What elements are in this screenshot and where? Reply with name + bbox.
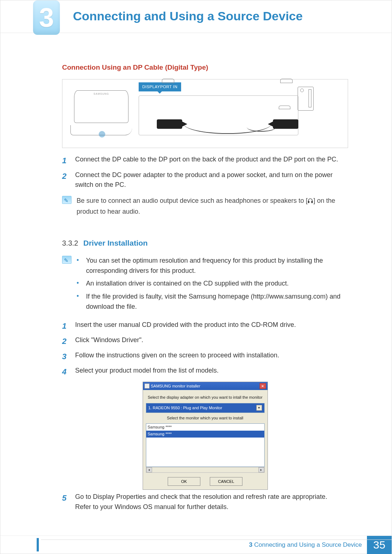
- step-text: Go to Display Properties and check that …: [75, 492, 348, 512]
- chapter-badge: 3: [33, 0, 60, 35]
- list-item: 2 Connect the DC power adapter to the pr…: [62, 170, 348, 190]
- footer-chapter-number: 3: [249, 541, 252, 548]
- driver-installation-section: 3.3.2 Driver Installation •You can set t…: [62, 237, 348, 512]
- note-icon: [62, 256, 72, 264]
- pc-tower-icon: [298, 87, 314, 111]
- footer-chapter: 3 Connecting and Using a Source Device: [249, 541, 362, 549]
- monitor-list[interactable]: Samsung **** Samsung ****: [146, 423, 265, 467]
- displayport-in-label: DISPLAYPORT IN: [139, 82, 181, 91]
- cable-illustration: [135, 93, 319, 137]
- adapter-prompt: Select the display adapter on which you …: [146, 394, 265, 401]
- list-item: 2Click "Windows Driver".: [62, 335, 348, 348]
- list-item: 1Insert the user manual CD provided with…: [62, 320, 348, 332]
- note-icon: [62, 196, 72, 204]
- bullet-icon: •: [77, 279, 82, 289]
- step-text: Connect the DP cable to the DP port on t…: [75, 155, 348, 167]
- scroll-left-icon[interactable]: ◂: [146, 467, 152, 472]
- audio-note: Be sure to connect an audio output devic…: [62, 196, 348, 217]
- adapter-select-value: 1. RADEON 9550 : Plug and Play Monitor: [148, 405, 222, 411]
- driver-steps-list: 1Insert the user manual CD provided with…: [62, 320, 348, 378]
- step-number: 1: [62, 320, 70, 332]
- monitor-illustration: SAMSUNG: [70, 90, 132, 138]
- installer-dialog-figure: SAMSUNG monitor installer × Select the d…: [62, 382, 348, 489]
- manual-page: 3 Connecting and Using a Source Device C…: [0, 0, 392, 554]
- installer-dialog: SAMSUNG monitor installer × Select the d…: [143, 382, 268, 489]
- list-item: 4Select your product model from the list…: [62, 366, 348, 378]
- chapter-title: Connecting and Using a Source Device: [73, 9, 303, 23]
- section-number: 3.3.2: [62, 238, 78, 249]
- svg-rect-1: [312, 201, 313, 203]
- page-footer: 3 Connecting and Using a Source Device 3…: [0, 535, 392, 554]
- dp-plug-left-icon: [157, 119, 182, 129]
- monitor-prompt: Select the monitor which you want to ins…: [146, 415, 265, 421]
- note-text: Be sure to connect an audio output devic…: [77, 196, 348, 217]
- step-number: 2: [62, 170, 70, 190]
- chevron-down-icon[interactable]: ▾: [256, 405, 262, 411]
- step-number: 5: [62, 492, 70, 512]
- section-title: Driver Installation: [83, 237, 147, 249]
- section-heading: 3.3.2 Driver Installation: [62, 237, 348, 249]
- dialog-title-text: SAMSUNG monitor installer: [151, 383, 200, 389]
- adapter-select[interactable]: 1. RADEON 9550 : Plug and Play Monitor ▾: [146, 403, 265, 413]
- cancel-button[interactable]: CANCEL: [210, 477, 242, 486]
- list-item: •If the file provided is faulty, visit t…: [77, 292, 348, 312]
- step-number: 1: [62, 155, 70, 167]
- footer-chapter-title: Connecting and Using a Source Device: [254, 541, 362, 548]
- list-item: 5 Go to Display Properties and check tha…: [62, 492, 348, 512]
- driver-notes: •You can set the optimum resolution and …: [62, 256, 348, 315]
- step-number: 2: [62, 335, 70, 348]
- dp-plug-pc-icon: [275, 119, 293, 127]
- page-content: Connection Using an DP Cable (Digital Ty…: [0, 33, 392, 512]
- step-text: Connect the DC power adapter to the prod…: [75, 170, 348, 190]
- dp-cable-subheading: Connection Using an DP Cable (Digital Ty…: [62, 62, 348, 73]
- list-item[interactable]: Samsung ****: [146, 424, 264, 431]
- list-item: •You can set the optimum resolution and …: [77, 256, 348, 276]
- driver-notes-list: •You can set the optimum resolution and …: [77, 256, 348, 315]
- page-header: 3 Connecting and Using a Source Device: [0, 0, 392, 33]
- monitor-brand-text: SAMSUNG: [94, 92, 109, 96]
- step-number: 3: [62, 350, 70, 363]
- horizontal-scrollbar[interactable]: ◂ ▸: [146, 467, 265, 473]
- dp-connection-diagram: DISPLAYPORT IN SAMSUNG: [62, 79, 348, 148]
- dialog-app-icon: [144, 383, 150, 389]
- footer-page-number: 35: [367, 536, 392, 554]
- close-icon[interactable]: ×: [260, 383, 266, 389]
- bullet-icon: •: [77, 292, 82, 312]
- list-item: 3Follow the instructions given on the sc…: [62, 350, 348, 363]
- dialog-titlebar: SAMSUNG monitor installer ×: [143, 382, 268, 390]
- list-item: •An installation driver is contained on …: [77, 279, 348, 289]
- footer-accent-bar: [37, 538, 39, 551]
- chapter-number: 3: [39, 4, 54, 31]
- list-item[interactable]: Samsung ****: [146, 431, 264, 438]
- driver-steps-list-continued: 5 Go to Display Properties and check tha…: [62, 492, 348, 512]
- bullet-icon: •: [77, 256, 82, 276]
- list-item: 1 Connect the DP cable to the DP port on…: [62, 155, 348, 167]
- dp-steps-list: 1 Connect the DP cable to the DP port on…: [62, 155, 348, 190]
- scroll-right-icon[interactable]: ▸: [258, 467, 264, 472]
- step-number: 4: [62, 366, 70, 378]
- ok-button[interactable]: OK: [168, 477, 200, 486]
- svg-rect-0: [308, 201, 309, 203]
- headphone-icon: [307, 197, 313, 207]
